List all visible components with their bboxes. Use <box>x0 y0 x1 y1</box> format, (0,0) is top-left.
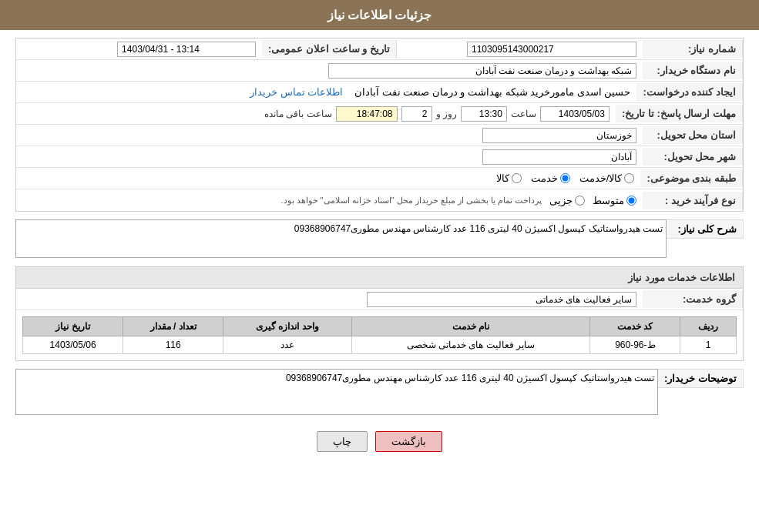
page-title: جزئیات اطلاعات نیاز <box>327 8 432 22</box>
ettelaat-tamas-link[interactable]: اطلاعات تماس خریدار <box>250 86 343 98</box>
mohlat-time-label: ساعت <box>511 109 536 119</box>
farayand-jozei: جزیی <box>549 195 585 206</box>
grooh-value <box>16 289 643 309</box>
cell-unit: عدد <box>223 336 352 354</box>
khedamat-section-title: اطلاعات خدمات مورد نیاز <box>16 267 743 289</box>
row-ijad-konande: ایجاد کننده درخواست: حسین اسدی مامورخرید… <box>16 82 743 103</box>
sharh-value <box>15 219 667 260</box>
ostan-label: استان محل تحویل: <box>643 126 743 144</box>
khedamat-section: اطلاعات خدمات مورد نیاز گروه خدمت: ردیف … <box>15 266 744 361</box>
ijad-konande-value: حسین اسدی مامورخرید شبکه بهداشت و درمان … <box>16 84 636 100</box>
ostan-input[interactable] <box>482 128 636 143</box>
content-area: شماره نیاز: تاریخ و ساعت اعلان عمومی: نا… <box>0 30 759 467</box>
tabaqe-kala: کالا <box>496 172 522 184</box>
cell-tarikh: 1403/05/06 <box>23 336 123 354</box>
ijad-konande-text: حسین اسدی مامورخرید شبکه بهداشت و درمان … <box>354 86 631 98</box>
farayand-motevasset: متوسط <box>593 195 636 206</box>
buttons-row: بازگشت چاپ <box>15 423 744 460</box>
nam-dastgah-value <box>16 61 643 81</box>
col-name: نام خدمت <box>351 317 590 336</box>
tabaqe-kala-khedmat-radio[interactable] <box>624 173 634 183</box>
date-announce-input[interactable] <box>117 42 256 57</box>
main-form: شماره نیاز: تاریخ و ساعت اعلان عمومی: نا… <box>15 38 744 212</box>
mohlat-roz-label: روز و <box>436 109 457 119</box>
tabaqe-kala-khedmat-label: کالا/خدمت <box>579 172 623 184</box>
tozihat-section: توضیحات خریدار: <box>15 369 744 417</box>
shomare-niaz-input[interactable] <box>467 42 636 57</box>
mohlat-label: مهلت ارسال پاسخ: تا تاریخ: <box>616 105 743 122</box>
farayand-jozei-radio[interactable] <box>575 196 585 206</box>
nam-dastgah-label: نام دستگاه خریدار: <box>643 62 743 79</box>
mohlat-value: ساعت روز و ساعت باقی مانده <box>16 104 616 124</box>
row-grooh: گروه خدمت: <box>16 289 743 310</box>
date-announce-value <box>16 39 262 59</box>
print-button[interactable]: چاپ <box>317 431 368 452</box>
col-unit: واحد اندازه گیری <box>223 317 352 336</box>
tozihat-value <box>15 369 658 417</box>
mohlat-roz-input[interactable] <box>401 106 432 122</box>
services-table-wrapper: ردیف کد خدمت نام خدمت واحد اندازه گیری ت… <box>16 310 743 360</box>
tabaqe-khedmat: خدمت <box>531 172 570 184</box>
shahr-value <box>16 147 643 167</box>
tozihat-label: توضیحات خریدار: <box>658 369 744 388</box>
sharh-label: شرح کلی نیاز: <box>667 219 744 239</box>
page-header: جزئیات اطلاعات نیاز <box>0 0 759 30</box>
shahr-label: شهر محل تحویل: <box>643 148 743 166</box>
nam-dastgah-input[interactable] <box>328 63 636 79</box>
tozihat-textarea[interactable] <box>15 369 658 415</box>
row-mohlat: مهلت ارسال پاسخ: تا تاریخ: ساعت روز و سا… <box>16 103 743 125</box>
noe-farayand-options: متوسط جزیی پرداخت تمام یا بخشی از مبلغ خ… <box>16 192 643 209</box>
noe-farayand-label: نوع فرآیند خرید : <box>643 192 743 209</box>
col-tarikh: تاریخ نیاز <box>23 317 123 336</box>
grooh-input[interactable] <box>367 292 636 307</box>
tabaqe-khedmat-radio[interactable] <box>560 173 570 183</box>
tabaqe-kala-khedmat: کالا/خدمت <box>579 172 635 184</box>
row-ostan: استان محل تحویل: <box>16 125 743 146</box>
shomare-niaz-value <box>397 39 643 59</box>
col-radif: ردیف <box>680 317 737 336</box>
grooh-label: گروه خدمت: <box>643 290 743 308</box>
shomare-niaz-label: شماره نیاز: <box>643 40 743 58</box>
farayand-motevasset-label: متوسط <box>593 195 624 206</box>
row-shomare: شماره نیاز: تاریخ و ساعت اعلان عمومی: <box>16 38 743 60</box>
ostan-value <box>16 125 643 146</box>
cell-radif: 1 <box>680 336 737 354</box>
col-code: کد خدمت <box>590 317 680 336</box>
mohlat-remain-label: ساعت باقی مانده <box>264 109 332 119</box>
farayand-motevasset-radio[interactable] <box>626 196 636 206</box>
row-noe-farayand: نوع فرآیند خرید : متوسط جزیی پرداخت تمام… <box>16 189 743 211</box>
tabaqe-kala-radio[interactable] <box>512 173 522 183</box>
services-table: ردیف کد خدمت نام خدمت واحد اندازه گیری ت… <box>22 316 737 354</box>
mohlat-time-input[interactable] <box>461 106 507 122</box>
shahr-input[interactable] <box>482 149 636 165</box>
ijad-konande-label: ایجاد کننده درخواست: <box>636 83 743 101</box>
col-tedad: تعداد / مقدار <box>123 317 223 336</box>
row-nam-dastgah: نام دستگاه خریدار: <box>16 60 743 82</box>
cell-code: ط-96-960 <box>590 336 680 354</box>
date-announce-label: تاریخ و ساعت اعلان عمومی: <box>262 40 397 58</box>
row-shahr: شهر محل تحویل: <box>16 146 743 168</box>
mohlat-remain-input[interactable] <box>336 106 398 122</box>
cell-tedad: 116 <box>123 336 223 354</box>
farayand-jozei-label: جزیی <box>549 195 573 206</box>
farayand-note: پرداخت تمام یا بخشی از مبلغ خریداز محل "… <box>280 194 542 207</box>
tabaqe-options: کالا/خدمت خدمت کالا <box>16 170 640 186</box>
sharh-section: شرح کلی نیاز: <box>15 219 744 260</box>
sharh-textarea[interactable] <box>15 219 667 258</box>
tabaqe-kala-label: کالا <box>496 172 509 184</box>
back-button[interactable]: بازگشت <box>375 431 442 452</box>
mohlat-date-input[interactable] <box>540 106 610 122</box>
tabaqe-label: طبقه بندی موضوعی: <box>640 169 743 187</box>
cell-name: سایر فعالیت های خدماتی شخصی <box>351 336 590 354</box>
table-row: 1 ط-96-960 سایر فعالیت های خدماتی شخصی ع… <box>23 336 737 354</box>
tabaqe-khedmat-label: خدمت <box>531 172 558 184</box>
row-tabaqe: طبقه بندی موضوعی: کالا/خدمت خدمت کالا <box>16 168 743 189</box>
page-wrapper: جزئیات اطلاعات نیاز شماره نیاز: تاریخ و … <box>0 0 759 532</box>
